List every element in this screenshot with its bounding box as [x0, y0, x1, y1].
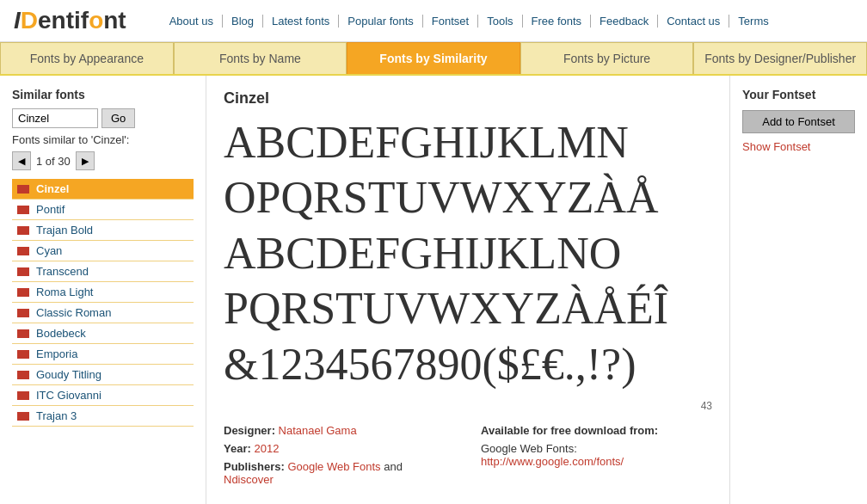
google-fonts-line: Google Web Fonts: http://www.google.com/… — [481, 442, 712, 468]
tab-similarity[interactable]: Fonts by Similarity — [347, 42, 520, 74]
display-line-5: &1234567890($£€.,!?) — [224, 338, 712, 391]
year-label: Year: — [224, 442, 251, 455]
display-line-2: OPQRSTUVWXYZÀÅ — [224, 171, 712, 224]
color-indicator — [17, 329, 29, 338]
font-list-item[interactable]: Classic Roman — [12, 303, 194, 323]
logo[interactable]: IDentifont — [14, 7, 126, 34]
nav-terms[interactable]: Terms — [729, 15, 777, 28]
tab-bar: Fonts by Appearance Fonts by Name Fonts … — [0, 42, 867, 76]
color-indicator — [17, 309, 29, 317]
font-info: Designer: Natanael Gama Year: 2012 Publi… — [224, 424, 712, 491]
logo-text: I — [14, 7, 21, 34]
font-download: Available for free download from: Google… — [481, 424, 712, 491]
add-fontset-button[interactable]: Add to Fontset — [742, 110, 855, 133]
font-list-item[interactable]: Cinzel — [12, 179, 194, 200]
color-indicator — [17, 185, 29, 194]
color-indicator — [17, 267, 29, 276]
available-title: Available for free download from: — [481, 424, 712, 437]
publisher-and: and — [384, 460, 403, 473]
font-list-item[interactable]: Emporia — [12, 344, 194, 365]
fontset-heading: Your Fontset — [742, 88, 855, 101]
pagination: ◀ 1 of 30 ▶ — [12, 151, 194, 170]
font-list-item[interactable]: Bodebeck — [12, 323, 194, 344]
tab-appearance[interactable]: Fonts by Appearance — [0, 42, 174, 74]
font-link[interactable]: Classic Roman — [36, 306, 111, 319]
year-line: Year: 2012 — [224, 442, 455, 455]
font-list: Cinzel Pontif Trajan Bold Cyan Transcend… — [12, 179, 194, 427]
font-meta: Designer: Natanael Gama Year: 2012 Publi… — [224, 424, 455, 491]
font-link[interactable]: Cyan — [36, 244, 62, 257]
sidebar-heading: Similar fonts — [12, 88, 194, 101]
publishers-label: Publishers: — [224, 460, 285, 473]
nav-tools[interactable]: Tools — [478, 15, 522, 28]
font-link[interactable]: Pontif — [36, 203, 65, 216]
search-row: Go — [12, 108, 194, 128]
color-indicator — [17, 247, 29, 255]
font-list-item[interactable]: Goudy Titling — [12, 365, 194, 385]
search-input[interactable] — [12, 108, 98, 128]
page-info: 1 of 30 — [36, 155, 71, 168]
content-area: Cinzel ABCDEFGHIJKLMN OPQRSTUVWXYZÀÅ ABC… — [206, 76, 729, 504]
nav-about[interactable]: About us — [161, 15, 223, 28]
font-link[interactable]: Roma Light — [36, 286, 93, 298]
nav-contact[interactable]: Contact us — [658, 15, 729, 28]
nav-popular[interactable]: Popular fonts — [339, 15, 423, 28]
font-link[interactable]: Transcend — [36, 265, 89, 278]
logo-accent: D — [21, 7, 38, 34]
color-indicator — [17, 391, 29, 400]
font-link[interactable]: Bodebeck — [36, 327, 86, 340]
font-list-item[interactable]: Trajan 3 — [12, 406, 194, 427]
display-line-1: ABCDEFGHIJKLMN — [224, 116, 712, 169]
nav-blog[interactable]: Blog — [223, 15, 263, 28]
google-fonts-url[interactable]: http://www.google.com/fonts/ — [481, 455, 624, 468]
header: IDentifont About us Blog Latest fonts Po… — [0, 0, 867, 42]
publisher-link-2[interactable]: Ndiscover — [224, 473, 274, 486]
color-indicator — [17, 206, 29, 214]
font-display: ABCDEFGHIJKLMN OPQRSTUVWXYZÀÅ ABCDEFGHIJ… — [224, 116, 712, 391]
nav-free[interactable]: Free fonts — [523, 15, 592, 28]
nav-feedback[interactable]: Feedback — [591, 15, 658, 28]
publishers-line: Publishers: Google Web Fonts and Ndiscov… — [224, 460, 455, 486]
nav-fontset[interactable]: Fontset — [423, 15, 478, 28]
font-link[interactable]: Goudy Titling — [36, 368, 101, 381]
show-fontset-link[interactable]: Show Fontset — [742, 140, 811, 153]
display-line-4: PQRSTUVWXYZÀÅÉÎ — [224, 282, 712, 335]
font-list-item[interactable]: Transcend — [12, 261, 194, 282]
font-number: 43 — [224, 400, 712, 412]
designer-link[interactable]: Natanael Gama — [279, 424, 357, 437]
logo-nt: nt — [103, 7, 126, 34]
prev-page-button[interactable]: ◀ — [12, 151, 31, 170]
font-list-item[interactable]: Roma Light — [12, 282, 194, 303]
publisher-link-1[interactable]: Google Web Fonts — [287, 460, 380, 473]
year-value[interactable]: 2012 — [254, 442, 279, 455]
designer-label: Designer: — [224, 424, 275, 437]
font-list-item[interactable]: Trajan Bold — [12, 220, 194, 241]
color-indicator — [17, 412, 29, 421]
main-layout: Similar fonts Go Fonts similar to 'Cinze… — [0, 76, 867, 504]
font-link[interactable]: ITC Giovanni — [36, 389, 101, 402]
color-indicator — [17, 371, 29, 379]
font-link[interactable]: Trajan Bold — [36, 224, 93, 237]
display-line-3: ABCDEFGHIJKLNO — [224, 227, 712, 280]
font-link[interactable]: Cinzel — [36, 182, 69, 195]
tab-picture[interactable]: Fonts by Picture — [520, 42, 694, 74]
designer-line: Designer: Natanael Gama — [224, 424, 455, 437]
font-link[interactable]: Emporia — [36, 347, 77, 360]
go-button[interactable]: Go — [101, 108, 135, 128]
next-page-button[interactable]: ▶ — [76, 151, 95, 170]
main-nav: About us Blog Latest fonts Popular fonts… — [161, 15, 778, 28]
nav-latest[interactable]: Latest fonts — [263, 15, 339, 28]
color-indicator — [17, 288, 29, 297]
font-list-item[interactable]: Cyan — [12, 241, 194, 261]
fontset-panel: Your Fontset Add to Fontset Show Fontset — [729, 76, 867, 504]
font-title: Cinzel — [224, 89, 712, 108]
font-link[interactable]: Trajan 3 — [36, 409, 77, 422]
font-list-item[interactable]: ITC Giovanni — [12, 385, 194, 406]
logo-rest: entif — [38, 7, 89, 34]
tab-name[interactable]: Fonts by Name — [174, 42, 347, 74]
google-fonts-label: Google Web Fonts: — [481, 442, 577, 455]
sidebar: Similar fonts Go Fonts similar to 'Cinze… — [0, 76, 206, 504]
font-list-item[interactable]: Pontif — [12, 200, 194, 220]
color-indicator — [17, 350, 29, 359]
tab-designer[interactable]: Fonts by Designer/Publisher — [693, 42, 867, 74]
